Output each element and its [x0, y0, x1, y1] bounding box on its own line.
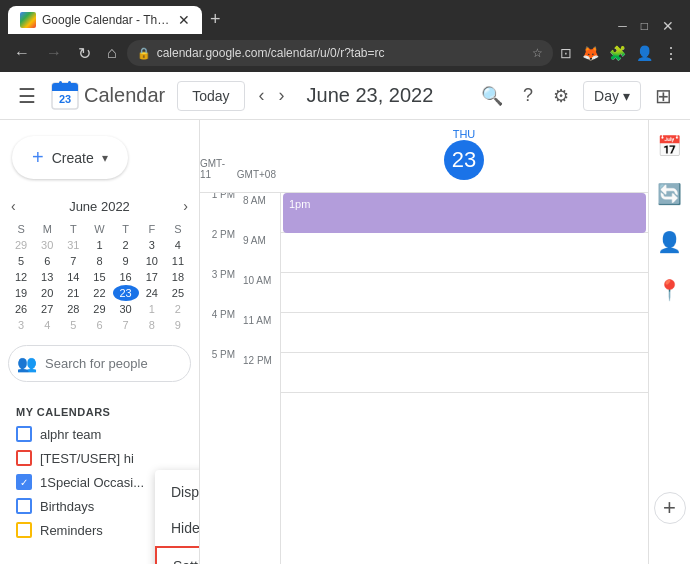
mini-cal-day[interactable]: 21	[60, 285, 86, 301]
mini-cal-day[interactable]: 10	[139, 253, 165, 269]
prev-arrow[interactable]: ‹	[253, 79, 271, 112]
mini-cal-day[interactable]: 9	[165, 317, 191, 333]
mini-cal-header: ‹ June 2022 ›	[8, 195, 191, 217]
context-menu-settings-sharing[interactable]: Settings and sharing	[155, 546, 200, 564]
mini-cal-day[interactable]: 12	[8, 269, 34, 285]
rs-add-button[interactable]: +	[654, 492, 686, 524]
menu-icon[interactable]: ⋮	[660, 41, 682, 66]
mini-cal-day[interactable]: 5	[8, 253, 34, 269]
maximize-btn[interactable]: □	[641, 19, 648, 33]
time-label-2pm: 2 PM	[200, 227, 239, 267]
mini-cal-day[interactable]: 20	[34, 285, 60, 301]
puzzle-icon[interactable]: 🧩	[606, 42, 629, 64]
cast-icon[interactable]: ⊡	[557, 42, 575, 64]
forward-button[interactable]: →	[40, 40, 68, 66]
calendar-checkbox[interactable]	[16, 498, 32, 514]
close-btn[interactable]: ✕	[662, 18, 674, 34]
calendar-item[interactable]: [TEST/USER] hi	[8, 446, 191, 470]
tab-close-btn[interactable]: ✕	[178, 12, 190, 28]
search-button[interactable]: 🔍	[475, 79, 509, 113]
calendar-checkbox[interactable]	[16, 450, 32, 466]
day-grid[interactable]: 1pm	[280, 193, 648, 564]
settings-button[interactable]: ⚙	[547, 79, 575, 113]
mini-cal-day[interactable]: 13	[34, 269, 60, 285]
mini-cal-day[interactable]: 27	[34, 301, 60, 317]
search-people[interactable]: 👥 Search for people	[8, 345, 191, 382]
active-tab[interactable]: G Google Calendar - Thursday, Jun ✕	[8, 6, 202, 34]
mini-cal-day[interactable]: 8	[86, 253, 112, 269]
mini-cal-day[interactable]: 1	[86, 237, 112, 253]
mini-cal-day[interactable]: 9	[113, 253, 139, 269]
mini-cal-next[interactable]: ›	[180, 195, 191, 217]
day-number[interactable]: 23	[444, 140, 484, 180]
new-tab-button[interactable]: +	[206, 5, 225, 34]
context-menu-hide-from-list[interactable]: Hide from list	[155, 510, 200, 546]
mini-cal-day[interactable]: 4	[165, 237, 191, 253]
mini-cal-day[interactable]: 30	[34, 237, 60, 253]
mini-cal-day[interactable]: 8	[139, 317, 165, 333]
time-label-11am: 11 AM	[241, 313, 280, 353]
mini-cal-prev[interactable]: ‹	[8, 195, 19, 217]
mini-cal-day[interactable]: 1	[139, 301, 165, 317]
refresh-button[interactable]: ↻	[72, 40, 97, 67]
sidebar: + Create ▾ ‹ June 2022 › S M T	[0, 120, 200, 564]
extensions-icon[interactable]: 🦊	[579, 42, 602, 64]
mini-cal-day[interactable]: 22	[86, 285, 112, 301]
context-menu-display-only[interactable]: Display this only	[155, 474, 200, 510]
mini-cal-day[interactable]: 5	[60, 317, 86, 333]
calendar-checkbox[interactable]	[16, 522, 32, 538]
day-header-w: W	[86, 221, 112, 237]
mini-cal-day[interactable]: 17	[139, 269, 165, 285]
mini-cal-day[interactable]: 23	[113, 285, 139, 301]
mini-cal-day[interactable]: 16	[113, 269, 139, 285]
mini-cal-day[interactable]: 11	[165, 253, 191, 269]
mini-cal-day[interactable]: 25	[165, 285, 191, 301]
mini-cal-day[interactable]: 6	[34, 253, 60, 269]
mini-cal-day[interactable]: 18	[165, 269, 191, 285]
view-select[interactable]: Day ▾	[583, 81, 641, 111]
create-button[interactable]: + Create ▾	[12, 136, 128, 179]
mini-cal-day[interactable]: 19	[8, 285, 34, 301]
mini-cal-day[interactable]: 29	[86, 301, 112, 317]
apps-grid-button[interactable]: ⊞	[649, 78, 678, 114]
mini-cal-day[interactable]: 31	[60, 237, 86, 253]
help-button[interactable]: ?	[517, 79, 539, 112]
rs-calendar-icon[interactable]: 📅	[651, 128, 688, 164]
mini-cal-day[interactable]: 2	[165, 301, 191, 317]
mini-cal-day[interactable]: 3	[8, 317, 34, 333]
mini-cal-day[interactable]: 6	[86, 317, 112, 333]
calendar-checkbox[interactable]	[16, 426, 32, 442]
event-block[interactable]: 1pm	[283, 193, 646, 233]
mini-cal-day[interactable]: 26	[8, 301, 34, 317]
home-button[interactable]: ⌂	[101, 40, 123, 66]
mini-cal-day[interactable]: 2	[113, 237, 139, 253]
mini-cal-day[interactable]: 15	[86, 269, 112, 285]
rs-profile-icon[interactable]: 👤	[651, 224, 688, 260]
mini-cal-day[interactable]: 14	[60, 269, 86, 285]
profile-icon[interactable]: 👤	[633, 42, 656, 64]
calendar-item[interactable]: alphr team	[8, 422, 191, 446]
mini-cal-day[interactable]: 30	[113, 301, 139, 317]
mini-cal-body: 2930311234567891011121314151617181920212…	[8, 237, 191, 333]
hamburger-menu[interactable]: ☰	[12, 78, 42, 114]
next-arrow[interactable]: ›	[273, 79, 291, 112]
back-button[interactable]: ←	[8, 40, 36, 66]
day-header-s2: S	[165, 221, 191, 237]
mini-cal-day[interactable]: 4	[34, 317, 60, 333]
time-label-9am: 9 AM	[241, 233, 280, 273]
day-abbr: THU	[288, 128, 640, 140]
today-button[interactable]: Today	[177, 81, 244, 111]
mini-cal-day[interactable]: 7	[60, 253, 86, 269]
rs-maps-icon[interactable]: 📍	[651, 272, 688, 308]
star-icon[interactable]: ☆	[532, 46, 543, 60]
rs-search-icon[interactable]: 🔄	[651, 176, 688, 212]
address-bar[interactable]: 🔒 calendar.google.com/calendar/u/0/r?tab…	[127, 40, 553, 66]
tz-label-1: GMT-11	[200, 158, 233, 180]
mini-cal-day[interactable]: 3	[139, 237, 165, 253]
mini-cal-day[interactable]: 28	[60, 301, 86, 317]
minimize-btn[interactable]: ─	[618, 19, 627, 33]
mini-cal-day[interactable]: 24	[139, 285, 165, 301]
mini-cal-day[interactable]: 29	[8, 237, 34, 253]
mini-cal-day[interactable]: 7	[113, 317, 139, 333]
calendar-checkbox[interactable]: ✓	[16, 474, 32, 490]
